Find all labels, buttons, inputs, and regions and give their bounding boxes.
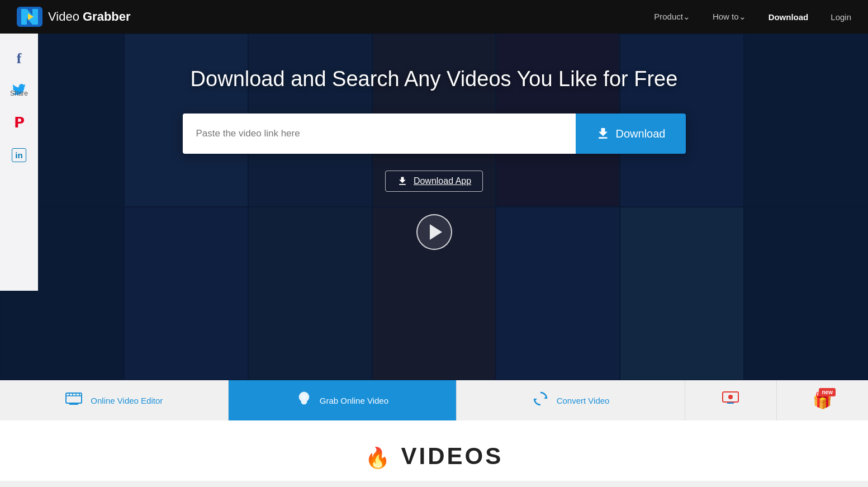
bottom-bar-item-grab-video[interactable]: Grab Online Video <box>229 380 457 420</box>
nav-item-howto[interactable]: How to⌄ <box>713 12 746 22</box>
convert-video-icon <box>532 390 549 410</box>
navbar: Video Grabber Product⌄ How to⌄ Download … <box>0 0 868 34</box>
bottom-bar-item-gift[interactable]: 🎁 new <box>777 380 868 420</box>
hero-content: Download and Search Any Videos You Like … <box>0 34 868 250</box>
convert-video-label: Convert Video <box>557 396 610 405</box>
play-button[interactable] <box>416 214 452 250</box>
screen-recorder-icon <box>722 391 739 410</box>
video-editor-label: Online Video Editor <box>91 396 163 405</box>
video-url-input[interactable] <box>183 114 576 154</box>
download-app-button[interactable]: Download App <box>385 171 483 192</box>
grab-video-icon <box>296 391 312 410</box>
bottom-bar: Online Video Editor Grab Online Video Co… <box>0 380 868 420</box>
video-editor-icon <box>65 391 83 410</box>
share-label: Share <box>10 89 28 97</box>
facebook-icon[interactable]: f <box>17 50 22 67</box>
bottom-bar-item-convert-video[interactable]: Convert Video <box>457 380 685 420</box>
play-triangle-icon <box>430 224 442 240</box>
search-bar: Download <box>183 114 686 154</box>
nav-item-login[interactable]: Login <box>831 12 851 22</box>
grab-video-label: Grab Online Video <box>320 396 388 405</box>
social-sidebar: f Share 𝗣 in <box>0 34 38 291</box>
nav-item-download[interactable]: Download <box>769 12 809 22</box>
gift-button-wrap: 🎁 new <box>813 391 832 410</box>
hero-title: Download and Search Any Videos You Like … <box>191 67 678 91</box>
svg-marker-11 <box>544 396 547 399</box>
download-app-icon <box>397 176 408 187</box>
nav-item-product[interactable]: Product⌄ <box>654 12 690 22</box>
videos-title: 🔥 VIDEOS <box>0 443 868 470</box>
logo-area: Video Grabber <box>17 7 654 27</box>
svg-point-14 <box>728 395 733 399</box>
nav-links: Product⌄ How to⌄ Download Login <box>654 12 851 22</box>
new-badge: new <box>819 388 835 396</box>
hero-section: f Share 𝗣 in Download and Search Any Vid… <box>0 34 868 380</box>
logo-icon <box>17 7 42 27</box>
linkedin-icon[interactable]: in <box>12 148 26 162</box>
download-button[interactable]: Download <box>576 114 686 154</box>
svg-marker-12 <box>534 399 537 401</box>
bottom-bar-item-screen-recorder[interactable] <box>685 380 777 420</box>
videos-section: 🔥 VIDEOS <box>0 420 868 481</box>
logo-text: Video Grabber <box>48 10 131 24</box>
fire-icon: 🔥 <box>365 446 392 469</box>
bottom-bar-item-video-editor[interactable]: Online Video Editor <box>0 380 229 420</box>
pinterest-icon[interactable]: 𝗣 <box>14 114 25 131</box>
download-icon <box>596 126 610 141</box>
